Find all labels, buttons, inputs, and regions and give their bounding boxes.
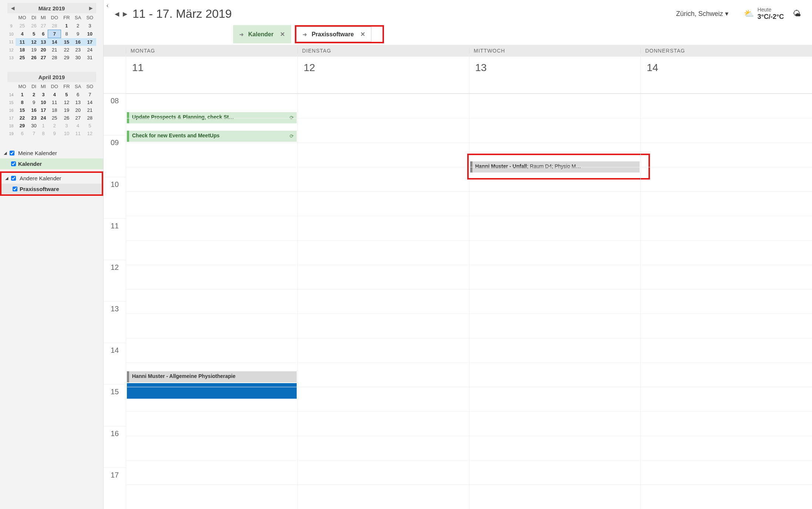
day-number[interactable]: 11 <box>126 57 297 93</box>
mini-cal-day[interactable]: 29 <box>61 54 73 61</box>
mini-cal-day[interactable]: 9 <box>29 98 39 106</box>
mini-cal-day[interactable]: 7 <box>48 30 61 38</box>
mini-cal-day[interactable]: 4 <box>16 30 29 38</box>
mini-cal-day[interactable]: 29 <box>16 122 29 130</box>
mini-cal-day[interactable]: 8 <box>61 30 73 38</box>
mini-cal-day[interactable]: 1 <box>16 91 29 98</box>
mini-cal-day[interactable]: 12 <box>61 98 73 106</box>
mini-cal-day[interactable]: 13 <box>72 98 84 106</box>
mini-cal-day[interactable]: 3 <box>84 22 96 30</box>
mini-cal-day[interactable]: 31 <box>84 54 96 61</box>
day-col-wed[interactable]: Hanni Muster - Unfall; Raum D4; Physio M… <box>469 94 641 509</box>
mini-cal-day[interactable]: 10 <box>38 98 48 106</box>
mini-cal-day[interactable]: 18 <box>16 46 29 54</box>
mini-cal-day[interactable]: 20 <box>72 106 84 114</box>
mini-cal-day[interactable]: 15 <box>61 38 73 46</box>
day-header-thu[interactable]: DONNERSTAG <box>640 48 812 54</box>
day-col-thu[interactable] <box>640 94 812 509</box>
mini-cal-day[interactable]: 6 <box>38 30 48 38</box>
next-week-icon[interactable]: ▶ <box>123 10 127 17</box>
mini-cal-day[interactable]: 12 <box>29 38 39 46</box>
day-header-wed[interactable]: MITTWOCH <box>469 48 641 54</box>
mini-cal-day[interactable]: 15 <box>16 106 29 114</box>
group-other-calendars[interactable]: ◢ Andere Kalender <box>1 173 102 184</box>
mini-cal-day[interactable]: 28 <box>48 22 61 30</box>
location-dropdown[interactable]: Zürich, Schweiz ▾ <box>676 10 728 18</box>
mini-cal-day[interactable]: 10 <box>61 130 73 137</box>
mini-cal-day[interactable]: 17 <box>84 38 96 46</box>
mini-cal-day[interactable]: 7 <box>29 130 39 137</box>
mini-cal-day[interactable]: 28 <box>48 54 61 61</box>
mini-cal-day[interactable]: 7 <box>84 91 96 98</box>
mini-cal-day[interactable]: 30 <box>72 54 84 61</box>
mini-cal-day[interactable]: 23 <box>29 114 39 122</box>
mini-cal-day[interactable]: 22 <box>61 46 73 54</box>
mini-cal-day[interactable]: 6 <box>72 91 84 98</box>
mini-cal-day[interactable]: 16 <box>72 38 84 46</box>
mini-cal-day[interactable]: 23 <box>72 46 84 54</box>
mini-cal-day[interactable]: 3 <box>61 122 73 130</box>
event-update-prospects[interactable]: Update Prospects & Planning, check St… ⟳ <box>127 112 297 123</box>
mini-cal-day[interactable]: 26 <box>29 54 39 61</box>
mini-cal-day[interactable]: 3 <box>38 91 48 98</box>
mini-cal-day[interactable]: 13 <box>38 38 48 46</box>
day-number[interactable]: 12 <box>297 57 469 93</box>
calendar-item-praxissoftware[interactable]: Praxissoftware <box>1 184 102 194</box>
prev-month-icon[interactable]: ◀ <box>9 4 17 12</box>
mini-cal-day[interactable]: 2 <box>48 122 61 130</box>
mini-cal-day[interactable]: 18 <box>48 106 61 114</box>
mini-cal-day[interactable]: 19 <box>61 106 73 114</box>
mini-cal-day[interactable]: 2 <box>72 22 84 30</box>
day-header-mon[interactable]: MONTAG <box>126 48 297 54</box>
mini-cal-day[interactable]: 1 <box>38 122 48 130</box>
mini-cal-day[interactable]: 24 <box>38 114 48 122</box>
mini-cal-day[interactable]: 25 <box>16 22 29 30</box>
mini-cal-day[interactable]: 27 <box>38 54 48 61</box>
mini-cal-day[interactable]: 19 <box>29 46 39 54</box>
mini-cal-day[interactable]: 11 <box>48 98 61 106</box>
calendar-item-kalender[interactable]: Kalender <box>0 158 103 169</box>
mini-cal-day[interactable]: 12 <box>84 130 96 137</box>
mini-cal-day[interactable]: 14 <box>84 98 96 106</box>
close-tab-icon[interactable]: ✕ <box>280 31 285 38</box>
mini-cal-day[interactable]: 22 <box>16 114 29 122</box>
mini-cal-day[interactable]: 28 <box>84 114 96 122</box>
mini-cal-day[interactable]: 21 <box>84 106 96 114</box>
mini-cal-day[interactable]: 9 <box>48 130 61 137</box>
day-col-tue[interactable] <box>297 94 469 509</box>
mini-cal-day[interactable]: 8 <box>38 130 48 137</box>
mini-cal-day[interactable]: 25 <box>16 54 29 61</box>
group-my-calendars[interactable]: ◢ Meine Kalender <box>0 148 103 158</box>
checkbox-my-calendars[interactable] <box>10 151 14 155</box>
mini-cal-day[interactable]: 11 <box>16 38 29 46</box>
mini-cal-day[interactable]: 16 <box>29 106 39 114</box>
mini-cal-day[interactable]: 20 <box>38 46 48 54</box>
weather-widget[interactable]: ⛅ Heute 3°C/-2°C 🌤 <box>744 7 801 21</box>
day-header-tue[interactable]: DIENSTAG <box>297 48 469 54</box>
event-check-events[interactable]: Check for new Events and MeetUps ⟳ <box>127 131 297 142</box>
mini-cal-day[interactable]: 4 <box>48 91 61 98</box>
mini-cal-day[interactable]: 9 <box>72 30 84 38</box>
mini-cal-day[interactable]: 21 <box>48 46 61 54</box>
mini-cal-day[interactable]: 27 <box>38 22 48 30</box>
mini-cal-day[interactable]: 5 <box>84 122 96 130</box>
day-number[interactable]: 14 <box>640 57 812 93</box>
tab-praxissoftware[interactable]: ➜ Praxissoftware ✕ <box>296 27 371 42</box>
mini-cal-day[interactable]: 4 <box>72 122 84 130</box>
mini-cal-day[interactable]: 24 <box>84 46 96 54</box>
mini-cal-day[interactable]: 11 <box>72 130 84 137</box>
mini-cal-day[interactable]: 8 <box>16 98 29 106</box>
day-col-mon[interactable]: Update Prospects & Planning, check St… ⟳… <box>126 94 297 509</box>
checkbox-kalender[interactable] <box>11 161 16 166</box>
next-month-icon[interactable]: ▶ <box>87 4 95 12</box>
mini-cal-day[interactable]: 30 <box>29 122 39 130</box>
close-tab-icon[interactable]: ✕ <box>360 31 365 38</box>
mini-cal-day[interactable]: 5 <box>29 30 39 38</box>
checkbox-other-calendars[interactable] <box>11 176 16 181</box>
event-hanni-physio[interactable]: Hanni Muster - Allgemeine Physiotherapie <box>127 371 297 382</box>
event-blue-block[interactable] <box>127 383 297 399</box>
mini-cal-day[interactable]: 2 <box>29 91 39 98</box>
mini-cal-day[interactable]: 27 <box>72 114 84 122</box>
day-number[interactable]: 13 <box>469 57 641 93</box>
mini-cal-day[interactable]: 14 <box>48 38 61 46</box>
